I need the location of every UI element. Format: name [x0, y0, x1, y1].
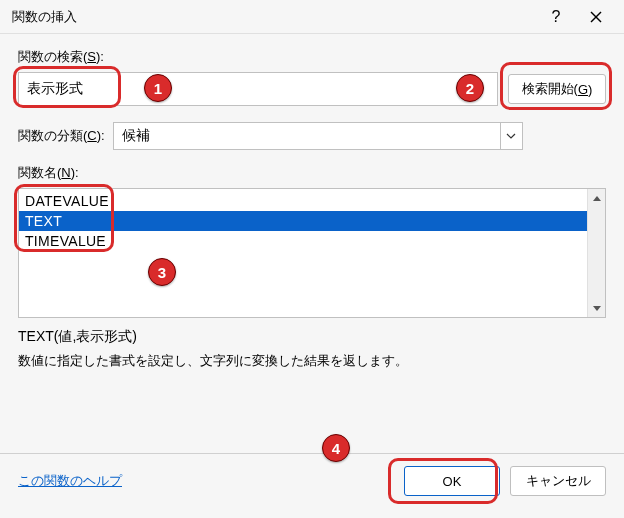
- category-value: 候補: [114, 127, 500, 145]
- label-text: ):: [96, 49, 104, 64]
- list-item[interactable]: DATEVALUE: [19, 191, 587, 211]
- function-syntax: TEXT(値,表示形式): [18, 328, 606, 346]
- label-text: ):: [97, 128, 105, 143]
- annotation-marker-3: 3: [148, 258, 176, 286]
- btn-accel: G: [578, 82, 588, 97]
- function-listbox[interactable]: DATEVALUE TEXT TIMEVALUE: [18, 188, 606, 318]
- btn-text: キャンセル: [526, 472, 591, 490]
- list-item[interactable]: TIMEVALUE: [19, 231, 587, 251]
- annotation-marker-4: 4: [322, 434, 350, 462]
- label-accel: S: [87, 49, 96, 64]
- titlebar: 関数の挿入 ?: [0, 0, 624, 34]
- btn-text: ): [588, 82, 592, 97]
- name-label: 関数名(N):: [18, 164, 606, 182]
- function-list-wrap: DATEVALUE TEXT TIMEVALUE 3: [18, 188, 606, 318]
- label-accel: N: [61, 165, 70, 180]
- list-inner: DATEVALUE TEXT TIMEVALUE: [19, 189, 587, 317]
- spacer: [18, 378, 606, 453]
- function-description: 数値に指定した書式を設定し、文字列に変換した結果を返します。: [18, 352, 606, 370]
- dialog-title: 関数の挿入: [12, 8, 536, 26]
- annotation-marker-1: 1: [144, 74, 172, 102]
- dialog-content: 関数の検索(S): 表示形式 検索開始(G) 1 2 関数の分類(C): 候補: [0, 34, 624, 518]
- close-button[interactable]: [576, 0, 616, 33]
- scrollbar[interactable]: [587, 189, 605, 317]
- label-text: 関数名(: [18, 165, 61, 180]
- footer: この関数のヘルプ OK キャンセル 4: [18, 466, 606, 510]
- scroll-up-icon[interactable]: [588, 189, 605, 207]
- label-text: ):: [71, 165, 79, 180]
- label-text: 関数の検索(: [18, 49, 87, 64]
- search-label: 関数の検索(S):: [18, 48, 606, 66]
- ok-button[interactable]: OK: [404, 466, 500, 496]
- cancel-button[interactable]: キャンセル: [510, 466, 606, 496]
- help-link[interactable]: この関数のヘルプ: [18, 472, 122, 490]
- label-accel: C: [87, 128, 96, 143]
- list-item-selected[interactable]: TEXT: [19, 211, 587, 231]
- help-button[interactable]: ?: [536, 0, 576, 33]
- search-row: 表示形式 検索開始(G) 1 2: [18, 72, 606, 106]
- btn-text: OK: [443, 474, 462, 489]
- label-text: 関数の分類(: [18, 128, 87, 143]
- annotation-marker-2: 2: [456, 74, 484, 102]
- search-input[interactable]: 表示形式: [18, 72, 498, 106]
- btn-text: 検索開始(: [522, 80, 578, 98]
- scroll-track[interactable]: [588, 207, 605, 299]
- scroll-down-icon[interactable]: [588, 299, 605, 317]
- chevron-down-icon: [500, 123, 522, 149]
- category-row: 関数の分類(C): 候補: [18, 122, 606, 150]
- search-go-button[interactable]: 検索開始(G): [508, 74, 606, 104]
- close-icon: [590, 11, 602, 23]
- category-label: 関数の分類(C):: [18, 127, 105, 145]
- insert-function-dialog: 関数の挿入 ? 関数の検索(S): 表示形式 検索開始(G) 1 2: [0, 0, 624, 518]
- category-select[interactable]: 候補: [113, 122, 523, 150]
- separator: [0, 453, 624, 454]
- search-input-value: 表示形式: [27, 80, 83, 98]
